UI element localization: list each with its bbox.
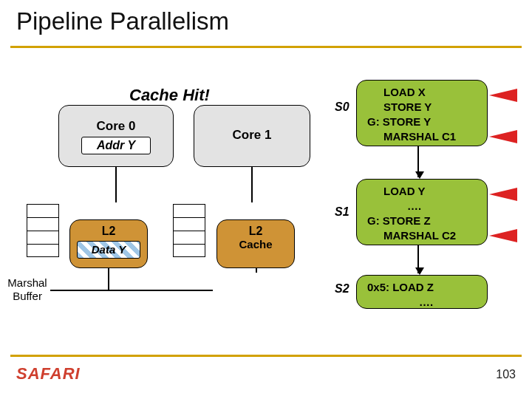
core-0-addr-y: Addr Y [81,137,151,154]
page-number: 103 [496,368,516,381]
stage-s1-label: S1 [335,205,349,219]
regstack-left [27,204,59,257]
stage-s2-box: 0x5: LOAD Z …. [356,275,488,309]
stage-s1-box: LOAD Y …. G: STORE Z MARSHAL C2 [356,179,488,245]
l2-cache-1: L2 Cache [216,219,295,268]
title-rule [10,46,522,48]
stage-s0-label: S0 [335,100,349,114]
s1-line-0: LOAD Y [367,184,480,199]
l2-0-label: L2 [70,220,147,238]
arrow-s0-s1 [417,146,419,177]
core-1-label: Core 1 [194,106,310,143]
marshal-buffer-label: MarshalBuffer [3,276,52,303]
s2-line-1: …. [367,295,480,310]
red-marker-s0-a [489,89,517,102]
core0-stem [115,167,117,202]
s0-line-3: MARSHAL C1 [367,129,480,144]
arrow-s1-s2 [417,245,419,273]
core-1-box: Core 1 [194,105,310,167]
l2-0-data-y: Data Y [77,241,140,259]
l2-1-label: L2 [217,220,294,238]
s0-line-2: G: STORE Y [367,115,480,129]
red-marker-s1-a [489,188,517,201]
regstack-right [173,204,205,257]
stage-s2-label: S2 [335,282,349,296]
footer-rule [10,355,522,357]
core-0-box: Core 0 Addr Y [58,105,174,167]
logo: SAFARI [16,364,81,383]
bus-stem-0 [108,268,109,290]
s2-line-0: 0x5: LOAD Z [367,280,480,295]
core1-stem [251,167,253,202]
l2-cache-0: L2 Data Y [69,219,148,268]
s0-line-1: STORE Y [367,100,480,115]
s0-line-0: LOAD X [367,85,480,100]
stage-s0-box: LOAD X STORE Y G: STORE Y MARSHAL C1 [356,80,488,146]
s1-line-3: MARSHAL C2 [367,228,480,243]
l2-1-sub: Cache [217,238,294,250]
bus-stem-1 [256,268,257,273]
red-marker-s0-b [489,130,517,143]
cache-hit-label: Cache Hit! [129,86,210,105]
s1-line-1: …. [367,199,480,214]
red-marker-s1-b [489,229,517,242]
bus-line [50,290,213,291]
slide-title: Pipeline Parallelism [16,7,229,35]
s1-line-2: G: STORE Z [367,214,480,228]
core-0-label: Core 0 [59,106,173,134]
